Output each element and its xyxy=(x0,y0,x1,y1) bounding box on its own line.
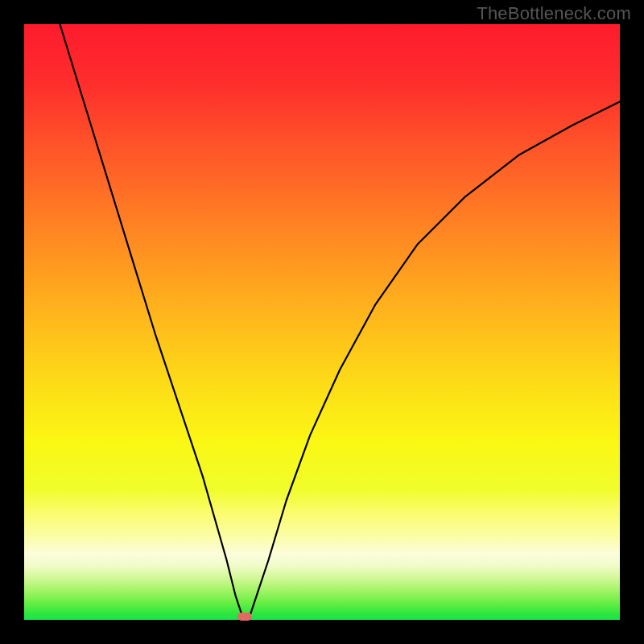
watermark-text: TheBottleneck.com xyxy=(477,3,631,24)
bottleneck-curve xyxy=(24,24,620,620)
minimum-marker xyxy=(237,613,252,621)
chart-plot-area xyxy=(24,24,620,620)
